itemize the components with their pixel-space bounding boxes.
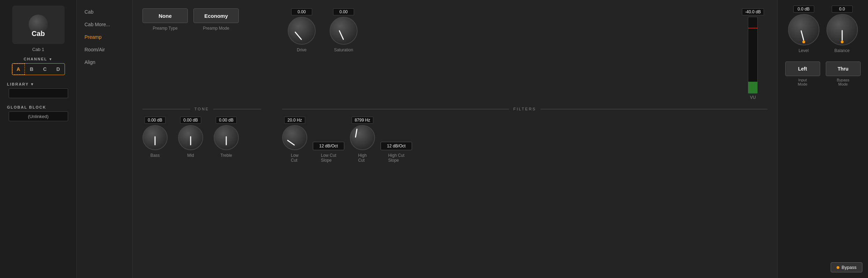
preamp-mode-button[interactable]: Economy — [193, 8, 239, 23]
low-cut-label: LowCut — [291, 153, 299, 163]
balance-knob[interactable] — [826, 14, 858, 45]
channel-arrow-icon: ▼ — [49, 57, 53, 61]
preamp-type-button[interactable]: None — [142, 8, 188, 23]
level-balance-row: 0.0 dB Level 0.0 Balance — [783, 6, 862, 53]
low-cut-knob[interactable] — [282, 125, 307, 150]
main-content: None Preamp Type Economy Preamp Mode 0.0… — [133, 0, 777, 278]
mid-knob[interactable] — [178, 125, 203, 150]
level-knob[interactable] — [788, 14, 819, 45]
treble-knob-indicator — [226, 136, 227, 145]
input-mode-group: Left InputMode — [785, 61, 820, 86]
mid-group: 0.00 dB Mid — [178, 117, 203, 158]
low-cut-slope-button[interactable]: 12 dB/Oct — [313, 142, 344, 150]
high-cut-group: 8799 Hz HighCut — [350, 117, 375, 163]
channel-btn-d[interactable]: D — [52, 64, 65, 75]
low-cut-slope-group: 12 dB/Oct Low CutSlope — [313, 142, 344, 163]
vu-value: -40.0 dB — [742, 8, 764, 15]
bypass-mode-group: Thru BypassMode — [826, 61, 861, 86]
library-input[interactable] — [9, 88, 68, 98]
library-arrow-icon: ▼ — [30, 82, 35, 86]
high-cut-slope-button[interactable]: 12 dB/Oct — [381, 142, 412, 150]
bypass-mode-label: BypassMode — [837, 78, 849, 86]
drive-group: 0.00 Drive — [288, 8, 316, 52]
low-cut-knob-indicator — [287, 140, 295, 146]
high-cut-knob-indicator — [355, 129, 357, 138]
tone-header: TONE — [142, 107, 261, 111]
nav-item-align[interactable]: Align — [77, 56, 132, 68]
bypass-mode-button[interactable]: Thru — [826, 61, 861, 76]
low-cut-group: 20.0 Hz LowCut — [282, 117, 307, 163]
bypass-dot-icon — [837, 266, 839, 269]
bypass-button-label: Bypass — [841, 265, 856, 270]
high-cut-value: 8799 Hz — [352, 117, 374, 124]
low-cut-slope-label: Low CutSlope — [321, 153, 336, 163]
drive-sat-group: 0.00 Drive 0.00 Saturation — [288, 8, 358, 52]
tone-line-left — [142, 109, 190, 109]
bass-knob-indicator — [155, 136, 156, 145]
saturation-knob-indicator — [339, 30, 344, 40]
drive-value: 0.00 — [291, 8, 312, 15]
preamp-mode-group: Economy Preamp Mode — [193, 8, 239, 31]
preamp-controls: None Preamp Type Economy Preamp Mode — [142, 8, 239, 31]
saturation-knob[interactable] — [330, 17, 358, 45]
input-bypass-row: Left InputMode Thru BypassMode — [783, 61, 862, 86]
nav-item-preamp[interactable]: Preamp — [77, 31, 132, 43]
saturation-label: Saturation — [334, 47, 353, 52]
library-label: LIBRARY ▼ — [3, 82, 35, 86]
level-knob-indicator — [800, 30, 804, 41]
high-cut-label: HighCut — [358, 153, 367, 163]
channel-buttons-group: A B C D — [12, 63, 65, 75]
sections-row: TONE 0.00 dB Bass 0.00 dB Mid — [142, 107, 767, 163]
vu-bar-fill — [748, 82, 757, 93]
bass-value: 0.00 dB — [145, 117, 165, 124]
nav-item-room-air[interactable]: Room/Air — [77, 43, 132, 56]
cab-thumbnail: Cab — [12, 6, 65, 44]
high-cut-knob[interactable] — [350, 125, 375, 150]
filter-knobs-row: 20.0 Hz LowCut 12 dB/Oct Low CutSlope 87… — [282, 117, 767, 163]
global-block-value: (Unlinked) — [9, 111, 68, 121]
tone-section: TONE 0.00 dB Bass 0.00 dB Mid — [142, 107, 261, 158]
mid-knob-indicator — [190, 136, 191, 145]
high-cut-slope-label: High CutSlope — [388, 153, 405, 163]
global-block-label: GLOBAL BLOCK — [3, 105, 46, 109]
balance-label: Balance — [834, 48, 849, 53]
preamp-type-group: None Preamp Type — [142, 8, 188, 31]
tone-line-right — [213, 109, 261, 109]
channel-btn-b[interactable]: B — [25, 64, 38, 75]
channel-btn-a[interactable]: A — [12, 64, 25, 75]
top-row: None Preamp Type Economy Preamp Mode 0.0… — [142, 8, 767, 100]
saturation-group: 0.00 Saturation — [330, 8, 358, 52]
balance-value: 0.0 — [832, 6, 853, 13]
channel-label: CHANNEL ▼ — [24, 57, 53, 61]
balance-knob-indicator — [841, 30, 843, 41]
right-panel: 0.0 dB Level 0.0 Balance Left InputMode … — [777, 0, 868, 278]
high-cut-slope-group: 12 dB/Oct High CutSlope — [381, 142, 412, 163]
nav-item-cab[interactable]: Cab — [77, 6, 132, 18]
filters-section: FILTERS 20.0 Hz LowCut 12 dB/Oct Low Cut… — [282, 107, 767, 163]
channel-btn-c[interactable]: C — [39, 64, 51, 75]
treble-group: 0.00 dB Treble — [214, 117, 239, 158]
treble-value: 0.00 dB — [216, 117, 237, 124]
bypass-button[interactable]: Bypass — [831, 262, 862, 272]
nav-menu: Cab Cab More... Preamp Room/Air Align — [77, 0, 133, 278]
treble-label: Treble — [220, 153, 232, 158]
nav-item-cab-more[interactable]: Cab More... — [77, 18, 132, 31]
mid-label: Mid — [187, 153, 194, 158]
preamp-type-label: Preamp Type — [153, 26, 177, 31]
vu-section: -40.0 dB VU — [742, 8, 764, 100]
vu-bar-container — [748, 17, 758, 94]
bass-knob[interactable] — [142, 125, 168, 150]
balance-group: 0.0 Balance — [826, 6, 858, 53]
input-mode-label: InputMode — [798, 78, 808, 86]
drive-knob[interactable] — [288, 17, 316, 45]
bypass-btn-row: Bypass — [783, 262, 862, 272]
level-group: 0.0 dB Level — [788, 6, 819, 53]
level-label: Level — [799, 48, 809, 53]
vu-peak-marker — [748, 28, 757, 29]
input-mode-button[interactable]: Left — [785, 61, 820, 76]
balance-dot-indicator — [841, 41, 844, 43]
tone-knobs-row: 0.00 dB Bass 0.00 dB Mid 0.00 dB — [142, 117, 261, 158]
treble-knob[interactable] — [214, 125, 239, 150]
saturation-value: 0.00 — [333, 8, 354, 15]
preamp-mode-label: Preamp Mode — [203, 26, 229, 31]
